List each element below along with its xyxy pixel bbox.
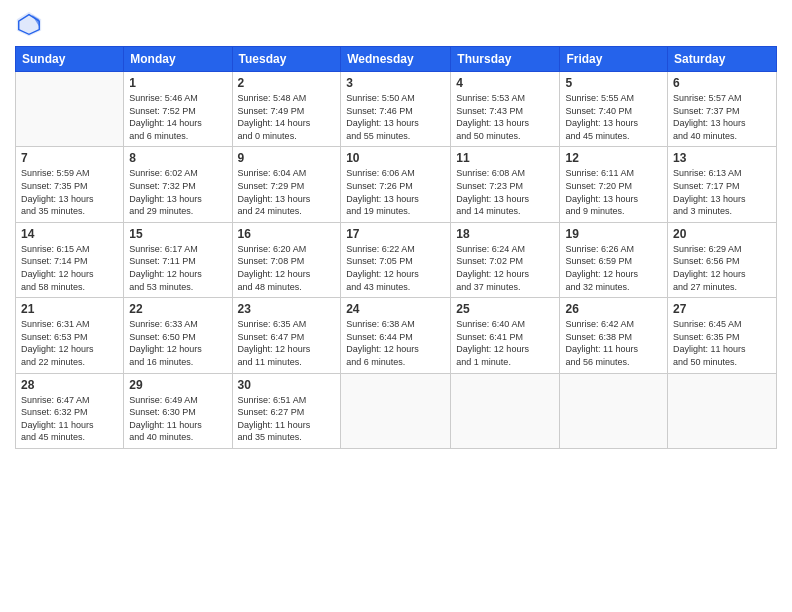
day-info: Sunrise: 6:38 AM Sunset: 6:44 PM Dayligh… bbox=[346, 318, 445, 368]
day-number: 13 bbox=[673, 151, 771, 165]
day-info: Sunrise: 6:20 AM Sunset: 7:08 PM Dayligh… bbox=[238, 243, 336, 293]
day-info: Sunrise: 5:55 AM Sunset: 7:40 PM Dayligh… bbox=[565, 92, 662, 142]
day-number: 2 bbox=[238, 76, 336, 90]
calendar-cell: 18Sunrise: 6:24 AM Sunset: 7:02 PM Dayli… bbox=[451, 222, 560, 297]
day-number: 5 bbox=[565, 76, 662, 90]
calendar-cell: 14Sunrise: 6:15 AM Sunset: 7:14 PM Dayli… bbox=[16, 222, 124, 297]
calendar-cell: 25Sunrise: 6:40 AM Sunset: 6:41 PM Dayli… bbox=[451, 298, 560, 373]
day-info: Sunrise: 6:51 AM Sunset: 6:27 PM Dayligh… bbox=[238, 394, 336, 444]
day-number: 10 bbox=[346, 151, 445, 165]
day-number: 15 bbox=[129, 227, 226, 241]
calendar-cell: 30Sunrise: 6:51 AM Sunset: 6:27 PM Dayli… bbox=[232, 373, 341, 448]
calendar-cell: 11Sunrise: 6:08 AM Sunset: 7:23 PM Dayli… bbox=[451, 147, 560, 222]
calendar-cell bbox=[560, 373, 668, 448]
day-info: Sunrise: 6:17 AM Sunset: 7:11 PM Dayligh… bbox=[129, 243, 226, 293]
calendar-cell: 5Sunrise: 5:55 AM Sunset: 7:40 PM Daylig… bbox=[560, 72, 668, 147]
calendar-cell: 2Sunrise: 5:48 AM Sunset: 7:49 PM Daylig… bbox=[232, 72, 341, 147]
calendar-cell: 10Sunrise: 6:06 AM Sunset: 7:26 PM Dayli… bbox=[341, 147, 451, 222]
day-info: Sunrise: 6:45 AM Sunset: 6:35 PM Dayligh… bbox=[673, 318, 771, 368]
day-number: 24 bbox=[346, 302, 445, 316]
weekday-header-wednesday: Wednesday bbox=[341, 47, 451, 72]
weekday-header-saturday: Saturday bbox=[668, 47, 777, 72]
week-row-5: 28Sunrise: 6:47 AM Sunset: 6:32 PM Dayli… bbox=[16, 373, 777, 448]
calendar-cell: 16Sunrise: 6:20 AM Sunset: 7:08 PM Dayli… bbox=[232, 222, 341, 297]
calendar-cell: 21Sunrise: 6:31 AM Sunset: 6:53 PM Dayli… bbox=[16, 298, 124, 373]
day-number: 30 bbox=[238, 378, 336, 392]
day-number: 19 bbox=[565, 227, 662, 241]
calendar-cell: 17Sunrise: 6:22 AM Sunset: 7:05 PM Dayli… bbox=[341, 222, 451, 297]
day-number: 1 bbox=[129, 76, 226, 90]
weekday-header-sunday: Sunday bbox=[16, 47, 124, 72]
day-number: 16 bbox=[238, 227, 336, 241]
day-info: Sunrise: 6:47 AM Sunset: 6:32 PM Dayligh… bbox=[21, 394, 118, 444]
day-number: 27 bbox=[673, 302, 771, 316]
day-number: 26 bbox=[565, 302, 662, 316]
calendar-cell: 3Sunrise: 5:50 AM Sunset: 7:46 PM Daylig… bbox=[341, 72, 451, 147]
day-info: Sunrise: 5:57 AM Sunset: 7:37 PM Dayligh… bbox=[673, 92, 771, 142]
logo bbox=[15, 10, 47, 38]
day-number: 3 bbox=[346, 76, 445, 90]
calendar-cell: 13Sunrise: 6:13 AM Sunset: 7:17 PM Dayli… bbox=[668, 147, 777, 222]
day-info: Sunrise: 6:29 AM Sunset: 6:56 PM Dayligh… bbox=[673, 243, 771, 293]
day-number: 21 bbox=[21, 302, 118, 316]
day-info: Sunrise: 5:48 AM Sunset: 7:49 PM Dayligh… bbox=[238, 92, 336, 142]
header bbox=[15, 10, 777, 38]
day-info: Sunrise: 6:02 AM Sunset: 7:32 PM Dayligh… bbox=[129, 167, 226, 217]
day-info: Sunrise: 6:04 AM Sunset: 7:29 PM Dayligh… bbox=[238, 167, 336, 217]
day-info: Sunrise: 6:26 AM Sunset: 6:59 PM Dayligh… bbox=[565, 243, 662, 293]
day-info: Sunrise: 6:11 AM Sunset: 7:20 PM Dayligh… bbox=[565, 167, 662, 217]
day-number: 7 bbox=[21, 151, 118, 165]
day-info: Sunrise: 6:42 AM Sunset: 6:38 PM Dayligh… bbox=[565, 318, 662, 368]
day-number: 22 bbox=[129, 302, 226, 316]
day-number: 11 bbox=[456, 151, 554, 165]
day-info: Sunrise: 5:59 AM Sunset: 7:35 PM Dayligh… bbox=[21, 167, 118, 217]
calendar-cell: 19Sunrise: 6:26 AM Sunset: 6:59 PM Dayli… bbox=[560, 222, 668, 297]
calendar-cell: 29Sunrise: 6:49 AM Sunset: 6:30 PM Dayli… bbox=[124, 373, 232, 448]
calendar-cell: 7Sunrise: 5:59 AM Sunset: 7:35 PM Daylig… bbox=[16, 147, 124, 222]
calendar-cell bbox=[668, 373, 777, 448]
logo-icon bbox=[15, 10, 43, 38]
day-info: Sunrise: 6:49 AM Sunset: 6:30 PM Dayligh… bbox=[129, 394, 226, 444]
day-number: 9 bbox=[238, 151, 336, 165]
calendar-cell: 24Sunrise: 6:38 AM Sunset: 6:44 PM Dayli… bbox=[341, 298, 451, 373]
day-number: 17 bbox=[346, 227, 445, 241]
day-info: Sunrise: 6:24 AM Sunset: 7:02 PM Dayligh… bbox=[456, 243, 554, 293]
day-number: 23 bbox=[238, 302, 336, 316]
calendar-cell: 1Sunrise: 5:46 AM Sunset: 7:52 PM Daylig… bbox=[124, 72, 232, 147]
weekday-header-row: SundayMondayTuesdayWednesdayThursdayFrid… bbox=[16, 47, 777, 72]
calendar-cell: 20Sunrise: 6:29 AM Sunset: 6:56 PM Dayli… bbox=[668, 222, 777, 297]
weekday-header-thursday: Thursday bbox=[451, 47, 560, 72]
calendar-cell: 6Sunrise: 5:57 AM Sunset: 7:37 PM Daylig… bbox=[668, 72, 777, 147]
day-info: Sunrise: 6:06 AM Sunset: 7:26 PM Dayligh… bbox=[346, 167, 445, 217]
day-number: 28 bbox=[21, 378, 118, 392]
weekday-header-monday: Monday bbox=[124, 47, 232, 72]
day-number: 29 bbox=[129, 378, 226, 392]
day-info: Sunrise: 6:15 AM Sunset: 7:14 PM Dayligh… bbox=[21, 243, 118, 293]
calendar-cell: 4Sunrise: 5:53 AM Sunset: 7:43 PM Daylig… bbox=[451, 72, 560, 147]
day-number: 20 bbox=[673, 227, 771, 241]
day-info: Sunrise: 6:08 AM Sunset: 7:23 PM Dayligh… bbox=[456, 167, 554, 217]
calendar-cell: 28Sunrise: 6:47 AM Sunset: 6:32 PM Dayli… bbox=[16, 373, 124, 448]
calendar-cell: 12Sunrise: 6:11 AM Sunset: 7:20 PM Dayli… bbox=[560, 147, 668, 222]
day-number: 25 bbox=[456, 302, 554, 316]
calendar-cell: 15Sunrise: 6:17 AM Sunset: 7:11 PM Dayli… bbox=[124, 222, 232, 297]
week-row-1: 1Sunrise: 5:46 AM Sunset: 7:52 PM Daylig… bbox=[16, 72, 777, 147]
day-info: Sunrise: 6:40 AM Sunset: 6:41 PM Dayligh… bbox=[456, 318, 554, 368]
day-number: 8 bbox=[129, 151, 226, 165]
week-row-4: 21Sunrise: 6:31 AM Sunset: 6:53 PM Dayli… bbox=[16, 298, 777, 373]
day-info: Sunrise: 6:22 AM Sunset: 7:05 PM Dayligh… bbox=[346, 243, 445, 293]
day-info: Sunrise: 6:35 AM Sunset: 6:47 PM Dayligh… bbox=[238, 318, 336, 368]
page: SundayMondayTuesdayWednesdayThursdayFrid… bbox=[0, 0, 792, 612]
calendar-cell bbox=[451, 373, 560, 448]
calendar: SundayMondayTuesdayWednesdayThursdayFrid… bbox=[15, 46, 777, 449]
day-info: Sunrise: 6:31 AM Sunset: 6:53 PM Dayligh… bbox=[21, 318, 118, 368]
weekday-header-tuesday: Tuesday bbox=[232, 47, 341, 72]
week-row-3: 14Sunrise: 6:15 AM Sunset: 7:14 PM Dayli… bbox=[16, 222, 777, 297]
day-info: Sunrise: 5:53 AM Sunset: 7:43 PM Dayligh… bbox=[456, 92, 554, 142]
calendar-cell: 8Sunrise: 6:02 AM Sunset: 7:32 PM Daylig… bbox=[124, 147, 232, 222]
week-row-2: 7Sunrise: 5:59 AM Sunset: 7:35 PM Daylig… bbox=[16, 147, 777, 222]
calendar-cell: 27Sunrise: 6:45 AM Sunset: 6:35 PM Dayli… bbox=[668, 298, 777, 373]
svg-marker-0 bbox=[17, 12, 41, 36]
calendar-cell: 22Sunrise: 6:33 AM Sunset: 6:50 PM Dayli… bbox=[124, 298, 232, 373]
day-number: 4 bbox=[456, 76, 554, 90]
